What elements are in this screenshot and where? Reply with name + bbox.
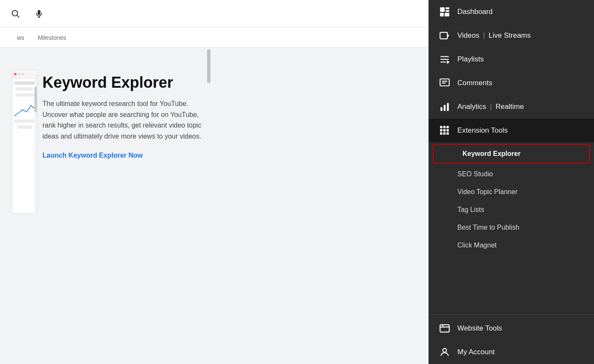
- keyword-explorer-highlight: Keyword Explorer: [433, 144, 590, 164]
- menu-item-extension-tools[interactable]: Extension Tools: [429, 119, 594, 142]
- mini-window-body: [12, 78, 37, 213]
- minimize-dot: [18, 73, 20, 75]
- svg-marker-27: [447, 60, 450, 64]
- mic-button[interactable]: [31, 5, 48, 22]
- search-button[interactable]: [7, 5, 24, 22]
- keyword-explorer-label: Keyword Explorer: [462, 150, 521, 158]
- svg-rect-21: [445, 13, 449, 17]
- keyword-explorer-title: Keyword Explorer: [42, 74, 204, 92]
- svg-point-0: [12, 10, 18, 16]
- mini-scrollbar[interactable]: [34, 78, 37, 214]
- svg-rect-33: [447, 103, 448, 111]
- extension-icon: [439, 125, 451, 136]
- menu-item-best-time[interactable]: Best Time to Publish: [429, 219, 594, 236]
- keyword-explorer-content: Keyword Explorer The ultimate keyword re…: [42, 74, 204, 356]
- playlists-label: Playlists: [457, 55, 484, 64]
- menu-item-seo-studio[interactable]: SEO Studio: [429, 165, 594, 183]
- dashboard-label: Dashboard: [457, 8, 493, 16]
- close-dot: [14, 73, 17, 75]
- comments-icon: [439, 77, 451, 89]
- tab-milestones[interactable]: Milestones: [31, 29, 73, 47]
- videos-icon: [439, 30, 451, 42]
- menu-item-tag-lists[interactable]: Tag Lists: [429, 201, 594, 219]
- maximize-dot: [22, 73, 24, 75]
- svg-rect-40: [440, 132, 442, 134]
- menu-item-dashboard[interactable]: Dashboard: [429, 0, 594, 24]
- account-icon: [439, 346, 451, 358]
- svg-rect-22: [440, 32, 447, 39]
- analytics-icon: [439, 101, 451, 113]
- svg-rect-18: [446, 7, 449, 9]
- menu-item-website-tools[interactable]: Website Tools: [429, 317, 594, 340]
- dropdown-menu: Dashboard Videos | Live Streams Playlist…: [429, 0, 594, 364]
- mini-scrollbar-thumb[interactable]: [34, 87, 37, 112]
- scrollbar-thumb[interactable]: [207, 49, 210, 83]
- svg-point-46: [443, 348, 447, 352]
- keyword-explorer-description: The ultimate keyword research tool for Y…: [42, 98, 204, 142]
- mini-chart: [14, 101, 35, 118]
- menu-item-my-account[interactable]: My Account: [429, 340, 594, 364]
- menu-item-analytics[interactable]: Analytics | Realtime: [429, 95, 594, 119]
- tag-lists-label: Tag Lists: [457, 206, 484, 214]
- svg-marker-23: [448, 34, 449, 38]
- menu-item-playlists[interactable]: Playlists: [429, 47, 594, 71]
- svg-rect-17: [440, 7, 445, 12]
- spacer: [429, 254, 594, 313]
- video-topic-planner-label: Video Topic Planner: [457, 188, 518, 196]
- scrollbar-track[interactable]: [205, 47, 212, 364]
- svg-rect-34: [440, 126, 442, 128]
- menu-item-keyword-explorer[interactable]: Keyword Explorer: [434, 145, 589, 163]
- svg-rect-36: [446, 126, 448, 128]
- svg-rect-28: [440, 79, 449, 86]
- svg-rect-20: [440, 13, 444, 17]
- menu-divider: [429, 314, 594, 315]
- svg-line-1: [17, 15, 19, 17]
- website-tools-label: Website Tools: [457, 324, 502, 333]
- topbar-left: [7, 5, 479, 22]
- playlists-icon: [439, 53, 451, 65]
- svg-rect-37: [440, 129, 442, 131]
- svg-rect-41: [443, 132, 446, 134]
- pipe-separator-2: |: [490, 103, 494, 111]
- tab-ws[interactable]: ws: [10, 29, 31, 47]
- menu-item-video-topic-planner[interactable]: Video Topic Planner: [429, 183, 594, 201]
- pipe-separator: |: [483, 31, 487, 39]
- extension-tools-label: Extension Tools: [457, 126, 508, 135]
- svg-rect-38: [443, 129, 446, 131]
- svg-rect-42: [446, 132, 448, 134]
- dashboard-icon: [439, 6, 451, 18]
- videos-label: Videos | Live Streams: [457, 31, 531, 40]
- seo-studio-label: SEO Studio: [457, 170, 493, 178]
- comments-label: Comments: [457, 79, 492, 87]
- mini-window-header: [12, 70, 37, 78]
- best-time-label: Best Time to Publish: [457, 224, 519, 231]
- svg-rect-19: [446, 10, 449, 12]
- mini-extension-window: [12, 69, 37, 214]
- menu-item-click-magnet[interactable]: Click Magnet: [429, 236, 594, 254]
- svg-rect-32: [444, 105, 446, 111]
- svg-rect-35: [443, 126, 446, 128]
- my-account-label: My Account: [457, 348, 495, 356]
- menu-item-videos[interactable]: Videos | Live Streams: [429, 24, 594, 47]
- website-icon: [439, 322, 451, 334]
- menu-item-comments[interactable]: Comments: [429, 71, 594, 95]
- click-magnet-label: Click Magnet: [457, 242, 496, 249]
- svg-rect-39: [446, 129, 448, 131]
- launch-keyword-explorer-link[interactable]: Launch Keyword Explorer Now: [42, 152, 143, 159]
- svg-rect-31: [440, 107, 442, 111]
- analytics-label: Analytics | Realtime: [457, 103, 524, 111]
- svg-rect-43: [440, 325, 449, 332]
